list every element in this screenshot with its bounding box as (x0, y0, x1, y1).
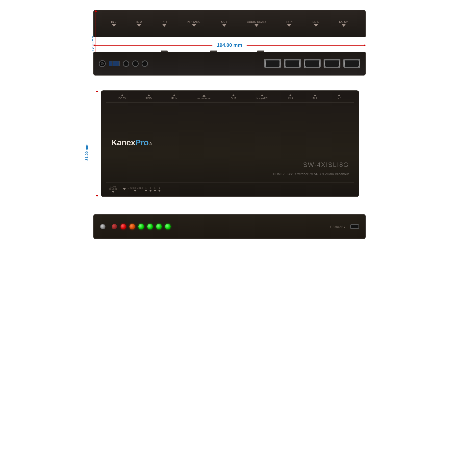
port-in2: IN 2 (136, 20, 142, 27)
power-port (99, 60, 106, 67)
port-dc5v-arrow (342, 24, 346, 27)
ctrl-ch4: 4 (158, 187, 161, 192)
rev-arrow-rs232 (203, 95, 205, 97)
hdmi-port-4 (324, 59, 340, 68)
led-1-red-off (112, 224, 117, 229)
rev-label-out-text: OUT (231, 97, 236, 100)
audio-port-2 (132, 60, 139, 67)
description-text: HDMI 2.0 4x1 Switcher /w ARC & Audio Bre… (273, 172, 349, 176)
ctrl-ch1-arrow (145, 190, 148, 192)
rev-arrow-in3 (289, 94, 292, 96)
rev-arrow-dc5v (121, 94, 124, 96)
front-divider-bottom (106, 183, 354, 183)
port-in3-label: IN 3 (162, 20, 167, 23)
led-7-green (165, 224, 171, 229)
rev-label-in3: IN 3 (288, 94, 293, 100)
dim-81mm-arrow-top (96, 90, 98, 92)
dim-194-line-left (95, 45, 212, 46)
dip-bit-1 (109, 61, 111, 66)
hdmi-port-3 (304, 59, 321, 68)
led-5-green (147, 224, 153, 229)
device-top-view: IN 1 IN 2 IN 3 IN 4 (ARC) OUT AUDIO RS23… (93, 10, 366, 37)
rev-label-irin-text: IR IN (171, 97, 177, 100)
port-ir-in: IR IN (286, 20, 293, 27)
rev-arrow-in4 (261, 94, 264, 96)
port-out-label: OUT (221, 20, 227, 23)
logo-pro-text: Pro (135, 138, 149, 147)
ctrl-ch2-label: 2 (150, 187, 151, 189)
rev-label-rs232-text: AUDIO RS232 (197, 97, 211, 100)
front-divider-top (106, 102, 354, 103)
ctrl-ch1-label: 1 (145, 187, 147, 189)
port-audio-rs232: AUDIO RS232 (247, 20, 266, 27)
ctrl-ch3: 3 (153, 187, 156, 192)
rev-label-edid: EDID (146, 94, 152, 100)
hdmi-inner-1 (266, 60, 280, 67)
tab-notch-2 (210, 51, 217, 52)
logo-kanex-text: Kanex (111, 138, 135, 147)
port-in2-label: IN 2 (136, 20, 142, 23)
rev-label-in1-text: IN 1 (337, 97, 342, 100)
ctrl-audio-mode-arrow (134, 190, 137, 192)
front-panel-device: FIRMWARE (93, 214, 366, 239)
port-audio-rs232-label: AUDIO RS232 (247, 20, 266, 23)
port-in1-arrow (112, 24, 116, 27)
kanexpro-logo: KanexPro® (111, 138, 152, 147)
ctrl-ch4-arrow (158, 190, 161, 192)
dim-81mm-arrow-bottom (96, 195, 98, 197)
model-number-area: SW-4XISLI8G (303, 161, 349, 169)
rev-label-in2-text: IN 2 (312, 97, 317, 100)
ctrl-ch2: 2 (149, 187, 152, 192)
port-out-arrow (222, 24, 226, 27)
power-port-inner (101, 62, 104, 65)
model-number: SW-4XISLI8G (303, 161, 349, 168)
port-dc5v: DC 5V (339, 20, 348, 27)
dim-194mm-container: 194.00 mm (93, 38, 366, 52)
front-bottom-controls: AUTOSOURCE ☼ AUDIO MODE 1 2 (101, 184, 359, 196)
ctrl-audio-mode-label: ☼ AUDIO MODE (127, 187, 143, 189)
hdmi-port-1 (264, 59, 281, 68)
dip-bit-2 (111, 61, 113, 66)
page-container: IN 1 IN 2 IN 3 IN 4 (ARC) OUT AUDIO RS23… (0, 0, 459, 476)
hdmi-inner-2 (285, 60, 299, 67)
rev-label-in1: IN 1 (337, 94, 342, 100)
dip-bit-4 (114, 61, 116, 66)
ctrl-audio-mode: ☼ AUDIO MODE (127, 187, 143, 192)
hdmi-port-5 (343, 59, 360, 68)
led-3-amber (129, 224, 135, 229)
dip-switch (109, 61, 120, 66)
device-front-view: DC 5V EDID IR IN AUDIO RS232 OUT (101, 90, 359, 197)
port-in2-arrow (137, 24, 141, 27)
ctrl-auto-label: AUTOSOURCE (109, 186, 117, 190)
port-edid-label: EDID (312, 20, 319, 23)
device-bottom-ports (93, 52, 366, 76)
rev-label-irin: IR IN (171, 94, 177, 100)
ctrl-auto-arrow (112, 191, 115, 193)
ctrl-ch3-arrow (153, 190, 156, 192)
rev-label-out: OUT (231, 94, 236, 100)
ctrl-ch3-label: 3 (154, 187, 155, 189)
led-6-green (156, 224, 162, 229)
rev-label-in4: IN 4 (ARC) (256, 94, 269, 100)
tab-notch-1 (161, 51, 168, 52)
rev-arrow-in1 (338, 94, 341, 96)
ctrl-ch1: 1 (145, 187, 148, 192)
ctrl-sun-arrow (123, 188, 126, 190)
middle-section: 81.00 mm DC 5V EDID (81, 90, 378, 197)
led-row (112, 224, 171, 229)
firmware-port[interactable] (350, 224, 359, 229)
port-audio-rs232-arrow (255, 24, 258, 27)
hdmi-port-2 (284, 59, 301, 68)
port-in4-arrow (192, 24, 196, 27)
rev-arrow-irin (173, 94, 176, 96)
port-ir-in-label: IR IN (286, 20, 293, 23)
port-in4: IN 4 (ARC) (187, 20, 202, 27)
ctrl-ch2-arrow (149, 190, 152, 192)
dim-194-line-right (247, 45, 364, 46)
logo-reg-text: ® (149, 142, 152, 146)
dim-81mm-line (97, 92, 97, 195)
audio-port-3 (142, 60, 148, 67)
port-dc5v-label: DC 5V (339, 20, 348, 23)
port-in4-label: IN 4 (ARC) (187, 20, 202, 23)
description-area: HDMI 2.0 4x1 Switcher /w ARC & Audio Bre… (273, 172, 349, 176)
